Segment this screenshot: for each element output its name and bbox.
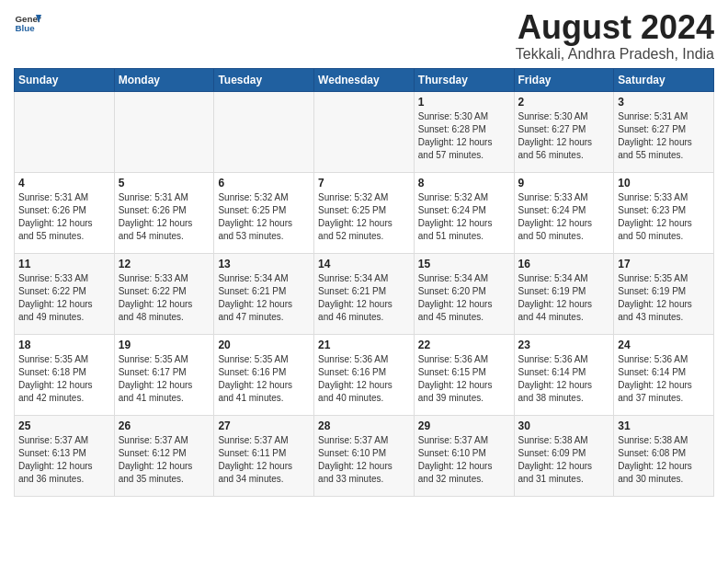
calendar-day-cell: 5Sunrise: 5:31 AM Sunset: 6:26 PM Daylig… [114,172,214,253]
day-info: Sunrise: 5:37 AM Sunset: 6:10 PM Dayligh… [318,434,410,486]
calendar-day-cell: 2Sunrise: 5:30 AM Sunset: 6:27 PM Daylig… [514,91,614,172]
day-number: 30 [518,419,610,432]
calendar-day-cell: 4Sunrise: 5:31 AM Sunset: 6:26 PM Daylig… [15,172,115,253]
day-info: Sunrise: 5:31 AM Sunset: 6:26 PM Dayligh… [119,191,210,243]
day-number: 29 [418,419,510,432]
calendar-day-cell: 27Sunrise: 5:37 AM Sunset: 6:11 PM Dayli… [214,415,314,496]
day-number: 26 [119,419,210,432]
day-info: Sunrise: 5:36 AM Sunset: 6:14 PM Dayligh… [618,353,710,405]
day-number: 21 [318,339,410,351]
day-info: Sunrise: 5:33 AM Sunset: 6:22 PM Dayligh… [18,272,110,324]
day-info: Sunrise: 5:36 AM Sunset: 6:16 PM Dayligh… [318,353,410,405]
day-number: 6 [218,177,310,190]
svg-text:Blue: Blue [16,23,36,33]
title-area: August 2024 Tekkali, Andhra Pradesh, Ind… [516,9,714,63]
calendar-day-cell: 28Sunrise: 5:37 AM Sunset: 6:10 PM Dayli… [314,415,415,496]
day-number: 12 [119,258,210,270]
calendar-day-cell: 14Sunrise: 5:34 AM Sunset: 6:21 PM Dayli… [314,253,415,334]
day-info: Sunrise: 5:35 AM Sunset: 6:18 PM Dayligh… [18,353,110,405]
weekday-header-cell: Monday [114,68,214,91]
calendar-day-cell: 3Sunrise: 5:31 AM Sunset: 6:27 PM Daylig… [614,91,714,172]
day-info: Sunrise: 5:32 AM Sunset: 6:24 PM Dayligh… [418,191,510,243]
calendar-day-cell: 21Sunrise: 5:36 AM Sunset: 6:16 PM Dayli… [314,334,415,415]
day-number: 14 [318,258,410,270]
calendar-day-cell: 12Sunrise: 5:33 AM Sunset: 6:22 PM Dayli… [114,253,214,334]
calendar-week-row: 11Sunrise: 5:33 AM Sunset: 6:22 PM Dayli… [15,253,714,334]
day-info: Sunrise: 5:37 AM Sunset: 6:10 PM Dayligh… [418,434,510,486]
weekday-header-cell: Sunday [15,68,115,91]
weekday-header-cell: Tuesday [214,68,314,91]
day-number: 5 [119,177,210,190]
day-number: 8 [418,177,510,190]
day-info: Sunrise: 5:37 AM Sunset: 6:13 PM Dayligh… [18,434,110,486]
day-info: Sunrise: 5:32 AM Sunset: 6:25 PM Dayligh… [218,191,310,243]
calendar-day-cell: 8Sunrise: 5:32 AM Sunset: 6:24 PM Daylig… [414,172,514,253]
calendar-day-cell [114,91,214,172]
day-number: 9 [518,177,610,190]
day-number: 24 [618,339,710,351]
calendar-day-cell: 16Sunrise: 5:34 AM Sunset: 6:19 PM Dayli… [514,253,614,334]
calendar-day-cell: 9Sunrise: 5:33 AM Sunset: 6:24 PM Daylig… [514,172,614,253]
day-info: Sunrise: 5:36 AM Sunset: 6:14 PM Dayligh… [518,353,610,405]
day-number: 11 [18,258,110,270]
day-info: Sunrise: 5:30 AM Sunset: 6:28 PM Dayligh… [418,110,510,162]
day-info: Sunrise: 5:32 AM Sunset: 6:25 PM Dayligh… [318,191,410,243]
logo-icon: General Blue [14,9,41,37]
calendar-week-row: 18Sunrise: 5:35 AM Sunset: 6:18 PM Dayli… [15,334,714,415]
day-info: Sunrise: 5:36 AM Sunset: 6:15 PM Dayligh… [418,353,510,405]
calendar-day-cell: 1Sunrise: 5:30 AM Sunset: 6:28 PM Daylig… [414,91,514,172]
day-number: 13 [218,258,310,270]
day-number: 20 [218,339,310,351]
month-year-title: August 2024 [516,9,714,46]
day-info: Sunrise: 5:30 AM Sunset: 6:27 PM Dayligh… [518,110,610,162]
calendar-day-cell: 30Sunrise: 5:38 AM Sunset: 6:09 PM Dayli… [514,415,614,496]
calendar-week-row: 1Sunrise: 5:30 AM Sunset: 6:28 PM Daylig… [15,91,714,172]
calendar-day-cell: 17Sunrise: 5:35 AM Sunset: 6:19 PM Dayli… [614,253,714,334]
day-info: Sunrise: 5:38 AM Sunset: 6:09 PM Dayligh… [518,434,610,486]
calendar-day-cell [314,91,415,172]
location-subtitle: Tekkali, Andhra Pradesh, India [516,46,714,63]
day-number: 10 [618,177,710,190]
day-number: 1 [418,96,510,109]
day-info: Sunrise: 5:31 AM Sunset: 6:27 PM Dayligh… [618,110,710,162]
day-number: 23 [518,339,610,351]
calendar-day-cell: 25Sunrise: 5:37 AM Sunset: 6:13 PM Dayli… [15,415,115,496]
day-info: Sunrise: 5:34 AM Sunset: 6:21 PM Dayligh… [318,272,410,324]
day-info: Sunrise: 5:31 AM Sunset: 6:26 PM Dayligh… [18,191,110,243]
day-info: Sunrise: 5:33 AM Sunset: 6:24 PM Dayligh… [518,191,610,243]
weekday-header-cell: Wednesday [314,68,415,91]
calendar-week-row: 4Sunrise: 5:31 AM Sunset: 6:26 PM Daylig… [15,172,714,253]
calendar-day-cell: 31Sunrise: 5:38 AM Sunset: 6:08 PM Dayli… [614,415,714,496]
calendar-day-cell [214,91,314,172]
day-number: 25 [18,419,110,432]
calendar-day-cell: 23Sunrise: 5:36 AM Sunset: 6:14 PM Dayli… [514,334,614,415]
calendar-day-cell: 7Sunrise: 5:32 AM Sunset: 6:25 PM Daylig… [314,172,415,253]
day-number: 18 [18,339,110,351]
day-number: 4 [18,177,110,190]
day-info: Sunrise: 5:34 AM Sunset: 6:19 PM Dayligh… [518,272,610,324]
day-number: 31 [618,419,710,432]
weekday-header-cell: Thursday [414,68,514,91]
logo: General Blue [14,9,41,37]
calendar-day-cell: 10Sunrise: 5:33 AM Sunset: 6:23 PM Dayli… [614,172,714,253]
calendar-table: SundayMondayTuesdayWednesdayThursdayFrid… [14,68,714,497]
calendar-day-cell: 20Sunrise: 5:35 AM Sunset: 6:16 PM Dayli… [214,334,314,415]
day-number: 17 [618,258,710,270]
calendar-day-cell: 13Sunrise: 5:34 AM Sunset: 6:21 PM Dayli… [214,253,314,334]
header: General Blue August 2024 Tekkali, Andhra… [14,9,714,63]
calendar-day-cell: 22Sunrise: 5:36 AM Sunset: 6:15 PM Dayli… [414,334,514,415]
calendar-day-cell: 11Sunrise: 5:33 AM Sunset: 6:22 PM Dayli… [15,253,115,334]
day-info: Sunrise: 5:37 AM Sunset: 6:12 PM Dayligh… [119,434,210,486]
day-info: Sunrise: 5:35 AM Sunset: 6:17 PM Dayligh… [119,353,210,405]
calendar-day-cell: 6Sunrise: 5:32 AM Sunset: 6:25 PM Daylig… [214,172,314,253]
weekday-header-row: SundayMondayTuesdayWednesdayThursdayFrid… [15,68,714,91]
day-info: Sunrise: 5:35 AM Sunset: 6:16 PM Dayligh… [218,353,310,405]
day-number: 3 [618,96,710,109]
calendar-day-cell: 29Sunrise: 5:37 AM Sunset: 6:10 PM Dayli… [414,415,514,496]
calendar-body: 1Sunrise: 5:30 AM Sunset: 6:28 PM Daylig… [15,91,714,496]
day-info: Sunrise: 5:35 AM Sunset: 6:19 PM Dayligh… [618,272,710,324]
calendar-week-row: 25Sunrise: 5:37 AM Sunset: 6:13 PM Dayli… [15,415,714,496]
calendar-day-cell: 18Sunrise: 5:35 AM Sunset: 6:18 PM Dayli… [15,334,115,415]
calendar-day-cell [15,91,115,172]
day-number: 27 [218,419,310,432]
